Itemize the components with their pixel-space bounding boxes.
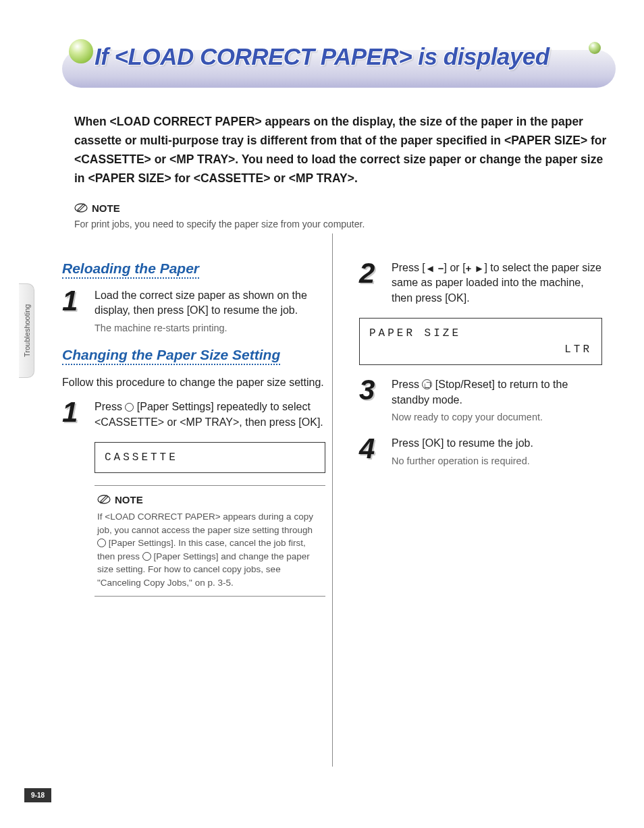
step-sub: Now ready to copy your document. (392, 410, 602, 424)
intro-text: When <LOAD CORRECT PAPER> appears on the… (74, 112, 609, 188)
title-bullet-icon (69, 39, 93, 63)
step-number: 4 (359, 436, 382, 468)
reloading-step-1: 1 Load the correct size paper as shown o… (62, 288, 325, 335)
left-arrow-key-icon: ◄ − (425, 261, 444, 275)
top-note-header: NOTE (74, 201, 616, 215)
right-arrow-key-icon: + ► (466, 261, 485, 275)
step-body: Press [OK] to resume the job. No further… (392, 436, 602, 468)
step-body: Load the correct size paper as shown on … (95, 288, 325, 335)
lcd-paper-size: PAPER SIZE LTR (359, 318, 602, 365)
step-text-pre: Press (392, 379, 422, 390)
title-tail-icon (589, 42, 601, 54)
step-body: Press [Stop/Reset] to return to the stan… (392, 377, 602, 424)
heading-changing: Changing the Paper Size Setting (62, 347, 280, 365)
step-number: 3 (359, 377, 382, 424)
page-title: If <LOAD CORRECT PAPER> is displayed (95, 43, 549, 70)
lcd-line2: LTR (369, 341, 592, 358)
heading-reloading: Reloading the Paper (62, 260, 199, 279)
right-column: 2 Press [◄ −] or [+ ►] to select the pap… (332, 260, 602, 597)
left-column: Reloading the Paper 1 Load the correct s… (62, 260, 332, 597)
step-number: 1 (62, 399, 85, 430)
changing-step-4: 4 Press [OK] to resume the job. No furth… (359, 436, 602, 468)
note-pre: If <LOAD CORRECT PAPER> appears during a… (97, 512, 313, 535)
step-body: Press [◄ −] or [+ ►] to select the paper… (392, 260, 602, 306)
side-tab: Troubleshooting (19, 283, 34, 378)
page-number: 9-18 (24, 788, 51, 802)
lcd-line1: PAPER SIZE (369, 325, 592, 341)
changing-step-2: 2 Press [◄ −] or [+ ►] to select the pap… (359, 260, 602, 306)
step-text-mid: ] or [ (444, 262, 466, 273)
pencil-icon (74, 201, 88, 215)
step-text: Load the correct size paper as shown on … (95, 289, 307, 316)
note-header: NOTE (97, 493, 323, 506)
step-sub: The machine re-starts printing. (95, 321, 325, 335)
pencil-icon (97, 493, 111, 506)
step-text-pre: Press (95, 401, 125, 412)
changing-note-box: NOTE If <LOAD CORRECT PAPER> appears dur… (95, 485, 325, 597)
note-label: NOTE (115, 494, 143, 505)
circle-button-icon (125, 403, 134, 412)
note-body: If <LOAD CORRECT PAPER> appears during a… (97, 510, 323, 589)
circle-button-icon (97, 539, 106, 547)
columns: Reloading the Paper 1 Load the correct s… (62, 260, 616, 597)
circle-button-icon (142, 552, 151, 561)
top-note-body: For print jobs, you need to specify the … (74, 219, 616, 229)
changing-step-1: 1 Press [Paper Settings] repeatedly to s… (62, 399, 325, 430)
changing-intro: Follow this procedure to change the pape… (62, 375, 325, 390)
step-text-pre: Press [ (392, 262, 425, 273)
stop-reset-icon (422, 379, 432, 389)
step-number: 1 (62, 288, 85, 335)
lcd-cassette: CASSETTE (95, 442, 325, 473)
step-number: 2 (359, 260, 382, 306)
title-bar: If <LOAD CORRECT PAPER> is displayed (62, 39, 616, 88)
step-text: Press [OK] to resume the job. (392, 437, 533, 449)
step-sub: No further operation is required. (392, 454, 602, 468)
page-content: If <LOAD CORRECT PAPER> is displayed Whe… (62, 39, 616, 597)
note-label: NOTE (92, 202, 120, 214)
changing-step-3: 3 Press [Stop/Reset] to return to the st… (359, 377, 602, 424)
step-body: Press [Paper Settings] repeatedly to sel… (95, 399, 325, 430)
